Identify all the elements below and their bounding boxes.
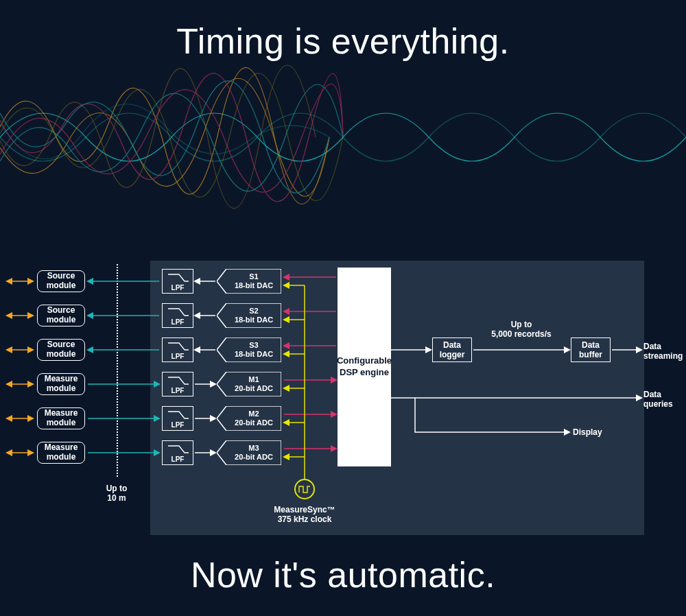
headline-bottom: Now it's automatic.	[0, 554, 686, 595]
output-streaming: Data streaming	[643, 342, 685, 362]
lpf-6: LPF	[162, 440, 193, 465]
source-module-2: Source module	[37, 305, 85, 327]
lpf-label: LPF	[172, 455, 185, 463]
records-label: Up to 5,000 records/s	[480, 320, 563, 340]
wave-graphic	[0, 58, 686, 216]
adc-desc: 20-bit ADC	[235, 453, 273, 462]
dac-s1: S118-bit DAC	[217, 269, 281, 294]
lpf-icon	[167, 340, 190, 351]
block-diagram: Up to 10 m	[0, 261, 686, 549]
dsp-core: Configurable DSP engine	[338, 268, 391, 466]
clock-label: MeasureSync™ 375 kHz clock	[263, 505, 346, 525]
lpf-icon	[167, 272, 190, 283]
lpf-label: LPF	[172, 284, 185, 292]
output-display: Display	[573, 427, 614, 437]
adc-m2: M220-bit ADC	[217, 406, 281, 431]
output-queries: Data queries	[643, 390, 685, 410]
lpf-5: LPF	[162, 406, 193, 431]
data-buffer: Data buffer	[571, 337, 611, 362]
measure-module-2: Measure module	[37, 407, 85, 429]
lpf-3: LPF	[162, 337, 193, 362]
dac-desc: 18-bit DAC	[235, 281, 273, 290]
lpf-1: LPF	[162, 269, 193, 294]
lpf-label: LPF	[172, 387, 185, 394]
measure-module-1: Measure module	[37, 373, 85, 395]
dac-s3: S318-bit DAC	[217, 337, 281, 362]
lpf-label: LPF	[172, 353, 185, 360]
adc-m3: M320-bit ADC	[217, 440, 281, 465]
lpf-icon	[167, 409, 190, 420]
dac-id: S3	[249, 341, 258, 350]
headline-top: Timing is everything.	[0, 21, 686, 62]
data-logger: Data logger	[432, 337, 472, 362]
lpf-icon	[167, 306, 190, 317]
adc-id: M3	[248, 444, 259, 453]
lpf-4: LPF	[162, 372, 193, 396]
adc-id: M2	[248, 410, 259, 418]
clock-icon	[294, 479, 315, 499]
lpf-icon	[167, 443, 190, 454]
lpf-icon	[167, 375, 190, 386]
source-module-1: Source module	[37, 270, 85, 292]
lpf-label: LPF	[172, 318, 185, 326]
dac-desc: 18-bit DAC	[235, 350, 273, 359]
lpf-label: LPF	[172, 421, 185, 429]
dac-desc: 18-bit DAC	[235, 316, 273, 324]
adc-desc: 20-bit ADC	[235, 418, 273, 427]
adc-desc: 20-bit ADC	[235, 384, 273, 393]
lpf-2: LPF	[162, 303, 193, 328]
dac-id: S1	[249, 272, 258, 281]
adc-m1: M120-bit ADC	[217, 372, 281, 396]
square-wave-icon	[298, 484, 311, 494]
dac-id: S2	[249, 307, 258, 316]
measure-module-3: Measure module	[37, 442, 85, 464]
source-module-3: Source module	[37, 339, 85, 361]
adc-id: M1	[248, 375, 259, 384]
dac-s2: S218-bit DAC	[217, 303, 281, 328]
